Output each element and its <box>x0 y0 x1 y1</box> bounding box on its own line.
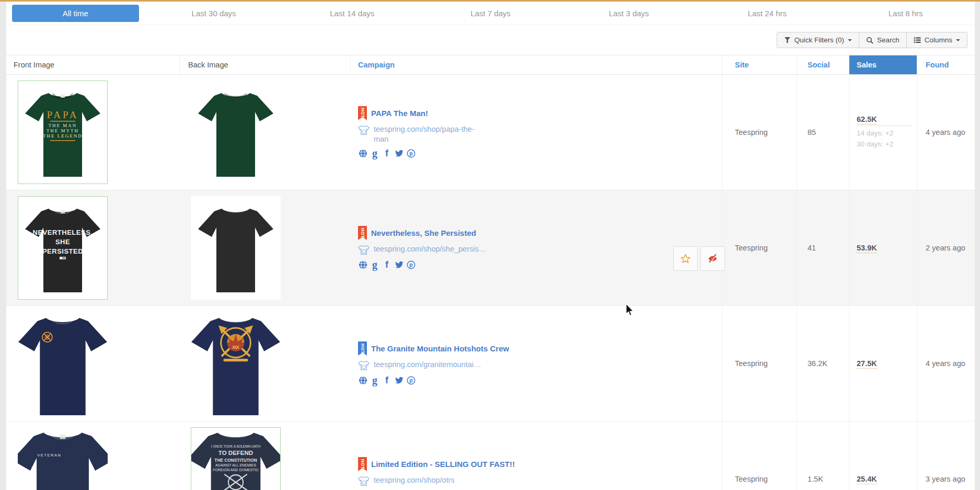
campaign-url-link[interactable]: teespring.com/shop/papa-the-man <box>374 124 477 144</box>
pinterest-icon[interactable]: p <box>406 259 416 270</box>
back-image[interactable] <box>191 196 281 300</box>
front-image[interactable]: VETERAN <box>18 427 108 490</box>
favorite-star-button[interactable] <box>673 246 698 271</box>
hot-badge: HOT <box>358 457 367 471</box>
sales-value[interactable]: 53.9K <box>857 244 877 253</box>
site-cell: Teespring <box>722 306 797 421</box>
tab-all-time[interactable]: All time <box>12 5 140 22</box>
back-image[interactable]: XIX <box>191 312 281 415</box>
row-hover-actions <box>673 246 725 271</box>
tab-last-3-days[interactable]: Last 3 days <box>560 2 698 25</box>
tshirt-icon <box>358 360 370 371</box>
search-icon <box>866 37 873 44</box>
campaign-title-link[interactable]: PAPA The Man! <box>371 109 428 118</box>
sales-value[interactable]: 62.5K <box>857 115 877 124</box>
table-row: XIX HOT The Granite Mountain Hotshots Cr… <box>6 306 975 421</box>
search-button[interactable]: Search <box>859 32 907 48</box>
social-cell: 41 <box>797 190 849 305</box>
tshirt-back-black <box>197 201 275 294</box>
front-image[interactable] <box>18 312 108 415</box>
globe-icon[interactable] <box>358 259 367 270</box>
svg-text:AGAINST ALL ENEMIES: AGAINST ALL ENEMIES <box>215 463 256 467</box>
header-site[interactable]: Site <box>722 55 797 74</box>
header-back-image: Back Image <box>179 55 350 74</box>
tab-last-7-days[interactable]: Last 7 days <box>421 2 560 25</box>
header-social[interactable]: Social <box>797 55 849 74</box>
svg-text:VETERAN: VETERAN <box>37 453 61 458</box>
twitter-icon[interactable] <box>394 148 403 158</box>
sales-value[interactable]: 25.4K <box>857 475 877 484</box>
content-panel: All time Last 30 days Last 14 days Last … <box>6 2 975 490</box>
header-found[interactable]: Found <box>917 55 975 74</box>
svg-text:XIX: XIX <box>232 345 239 350</box>
site-value: Teespring <box>735 359 768 368</box>
tab-last-30-days[interactable]: Last 30 days <box>145 2 283 25</box>
quick-filters-button[interactable]: Quick Filters (0) <box>777 32 859 48</box>
svg-text:THE CONSTITUTION: THE CONSTITUTION <box>214 458 257 463</box>
twitter-icon[interactable] <box>394 259 403 270</box>
google-icon[interactable]: g <box>370 375 379 385</box>
hide-campaign-button[interactable] <box>700 246 725 271</box>
tshirt-front-green: PAPA THE MAN THE MYTH THE LEGEND <box>24 86 102 179</box>
hot-badge: HOT <box>358 226 367 240</box>
front-image[interactable]: NEVERTHELESS, SHE PERSISTED <box>18 196 108 300</box>
found-value: 3 years ago <box>926 475 965 483</box>
site-value: Teespring <box>735 244 768 252</box>
social-count: 41 <box>808 244 816 252</box>
site-value: Teespring <box>735 128 768 136</box>
campaign-url-link[interactable]: teespring.com/shop/otrs <box>374 475 455 485</box>
front-image-cell: PAPA THE MAN THE MYTH THE LEGEND <box>6 75 179 190</box>
front-image-cell: NEVERTHELESS, SHE PERSISTED <box>6 190 179 305</box>
social-links: g f p <box>358 375 722 385</box>
google-icon[interactable]: g <box>370 148 379 158</box>
svg-text:SHE: SHE <box>55 238 70 246</box>
facebook-icon[interactable]: f <box>382 259 391 270</box>
front-image-cell: VETERAN <box>6 421 179 490</box>
found-value: 2 years ago <box>926 244 965 252</box>
globe-icon[interactable] <box>358 375 367 385</box>
svg-text:THE LEGEND: THE LEGEND <box>43 133 83 139</box>
tab-last-14-days[interactable]: Last 14 days <box>283 2 421 25</box>
tshirt-back-green <box>197 86 275 179</box>
mouse-cursor <box>625 303 635 317</box>
tshirt-front-black: NEVERTHELESS, SHE PERSISTED <box>24 201 102 294</box>
svg-text:I ONCE TOOK A SOLEMN OATH: I ONCE TOOK A SOLEMN OATH <box>211 445 261 448</box>
site-cell: Teespring <box>722 75 797 190</box>
filter-icon <box>784 37 791 43</box>
social-links: g f p <box>358 148 722 158</box>
back-image[interactable]: I ONCE TOOK A SOLEMN OATH TO DEFEND THE … <box>191 427 281 490</box>
table-row: PAPA THE MAN THE MYTH THE LEGEND <box>6 75 975 190</box>
tab-last-24-hrs[interactable]: Last 24 hrs <box>698 2 837 25</box>
tab-last-8-hrs[interactable]: Last 8 hrs <box>836 2 975 25</box>
svg-text:PAPA: PAPA <box>47 109 78 120</box>
facebook-icon[interactable]: f <box>382 375 391 385</box>
back-image-cell: XIX <box>179 306 350 421</box>
pinterest-icon[interactable]: p <box>406 148 416 158</box>
campaign-title-link[interactable]: The Granite Mountain Hotshots Crew <box>371 344 509 353</box>
front-image-cell <box>6 306 179 421</box>
campaign-title-link[interactable]: Limited Edition - SELLING OUT FAST!! <box>371 460 515 469</box>
table-row: VETERAN I ONCE TOOK A SOLEMN OATH TO DEF… <box>6 421 975 490</box>
back-image[interactable] <box>191 81 281 184</box>
columns-list-icon <box>914 37 921 43</box>
google-icon[interactable]: g <box>370 259 379 270</box>
site-cell: Teespring <box>722 190 797 305</box>
hot-badge: HOT <box>358 106 367 120</box>
tshirt-icon <box>358 476 370 486</box>
pinterest-icon[interactable]: p <box>406 375 416 385</box>
campaign-url-link[interactable]: teespring.com/granitemountai… <box>374 360 481 370</box>
twitter-icon[interactable] <box>394 375 403 385</box>
header-sales-sorted[interactable]: Sales <box>849 55 917 74</box>
columns-button[interactable]: Columns <box>906 32 967 48</box>
eye-slash-icon <box>707 253 718 264</box>
svg-text:PERSISTED: PERSISTED <box>42 247 83 255</box>
star-icon <box>680 254 691 264</box>
campaign-url-link[interactable]: teespring.com/shop/she_persis… <box>374 244 486 254</box>
campaign-title-link[interactable]: Nevertheless, She Persisted <box>371 229 476 237</box>
sales-value[interactable]: 27.5K <box>857 359 877 369</box>
front-image[interactable]: PAPA THE MAN THE MYTH THE LEGEND <box>18 81 108 184</box>
svg-text:THE MAN: THE MAN <box>49 123 77 128</box>
globe-icon[interactable] <box>358 148 367 158</box>
facebook-icon[interactable]: f <box>382 148 391 158</box>
header-campaign[interactable]: Campaign <box>350 55 722 74</box>
